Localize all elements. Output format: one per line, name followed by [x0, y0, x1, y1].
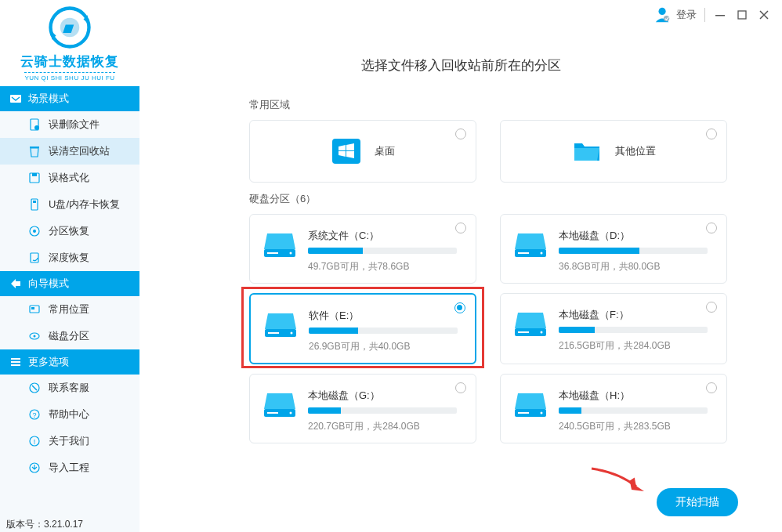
drive-card-c[interactable]: 系统文件（C:） 49.7GB可用，共78.6GB: [249, 214, 476, 284]
app-subtitle: YUN QI SHI SHU JU HUI FU: [24, 72, 114, 81]
drive-card-f[interactable]: 本地磁盘（F:） 216.5GB可用，共284.0GB: [500, 293, 727, 364]
partition-icon: [28, 225, 41, 237]
section-more-options[interactable]: 更多选项: [0, 349, 139, 375]
windows-icon: [331, 136, 362, 167]
sidebar-item-common-location[interactable]: 常用位置: [0, 296, 139, 323]
radio-icon: [455, 128, 466, 139]
location-icon: [28, 303, 41, 316]
menu-label: U盘/内存卡恢复: [49, 197, 120, 212]
help-icon: ?: [28, 408, 41, 421]
drive-stat: 220.7GB可用，共284.0GB: [308, 420, 463, 433]
minimize-button[interactable]: [713, 8, 727, 22]
radio-icon: [455, 382, 466, 393]
drive-icon: [513, 309, 548, 338]
login-label: 登录: [676, 8, 697, 22]
svg-rect-18: [11, 361, 20, 363]
drive-card-g[interactable]: 本地磁盘（G:） 220.7GB可用，共284.0GB: [249, 374, 476, 443]
menu-label: 深度恢复: [49, 251, 89, 265]
divider: [704, 8, 705, 22]
sidebar-item-format[interactable]: 误格式化: [0, 165, 139, 191]
section-wizard-mode[interactable]: 向导模式: [0, 271, 139, 296]
drive-stat: 49.7GB可用，共78.6GB: [308, 260, 463, 273]
sidebar-item-disk-partition[interactable]: 磁盘分区: [0, 323, 139, 349]
section-scene-mode[interactable]: 场景模式: [0, 86, 139, 111]
menu-label: 帮助中心: [49, 407, 89, 422]
svg-point-41: [541, 331, 543, 334]
drive-card-h[interactable]: 本地磁盘（H:） 240.5GB可用，共283.5GB: [500, 374, 727, 443]
svg-rect-17: [11, 358, 20, 360]
drive-stat: 240.5GB可用，共283.5GB: [559, 420, 714, 433]
usage-bar: [559, 407, 708, 414]
drive-name: 本地磁盘（F:）: [559, 308, 714, 322]
trash-icon: [28, 145, 41, 157]
radio-icon: [706, 302, 717, 313]
svg-rect-19: [11, 364, 20, 366]
radio-icon: [706, 128, 717, 139]
section-label: 向导模式: [28, 277, 69, 291]
drive-icon: [263, 310, 298, 338]
card-label: 桌面: [375, 144, 395, 158]
sidebar-item-deleted-files[interactable]: 误删除文件: [0, 111, 139, 138]
close-button[interactable]: [757, 8, 771, 22]
drive-card-d[interactable]: 本地磁盘（D:） 36.8GB可用，共80.0GB: [500, 214, 727, 284]
svg-rect-5: [30, 147, 39, 148]
svg-rect-48: [518, 412, 529, 414]
svg-rect-36: [518, 252, 529, 254]
svg-point-32: [290, 252, 292, 255]
svg-point-26: [659, 8, 666, 15]
usage-bar: [559, 248, 708, 254]
card-desktop[interactable]: 桌面: [249, 120, 476, 183]
svg-rect-39: [268, 332, 279, 334]
svg-rect-2: [10, 95, 21, 103]
main-panel: 登录 选择文件移入回收站前所在的分区 常用区域 桌面 其他位置 硬盘分区（6）: [139, 0, 782, 532]
svg-point-35: [541, 252, 543, 255]
sidebar-item-import[interactable]: 导入工程: [0, 454, 139, 481]
sidebar-item-deep[interactable]: 深度恢复: [0, 244, 139, 271]
sidebar-item-contact[interactable]: 联系客服: [0, 375, 139, 401]
wizard-icon: [9, 277, 22, 290]
svg-point-11: [33, 230, 36, 233]
deep-icon: [28, 252, 41, 264]
logo: 云骑士数据恢复 YUN QI SHI SHU JU HUI FU: [0, 0, 139, 86]
svg-rect-29: [738, 11, 746, 19]
drive-name: 软件（E:）: [309, 309, 462, 323]
sidebar-item-partition[interactable]: 分区恢复: [0, 218, 139, 244]
drive-name: 本地磁盘（H:）: [559, 389, 714, 403]
menu-label: 误删除文件: [49, 118, 100, 132]
drive-stat: 26.9GB可用，共40.0GB: [309, 340, 462, 353]
drive-name: 本地磁盘（D:）: [559, 229, 714, 243]
titlebar: 登录: [654, 6, 771, 24]
menu-label: 常用位置: [49, 302, 89, 317]
section-label: 场景模式: [28, 92, 69, 106]
svg-marker-49: [630, 482, 644, 491]
drive-icon: [513, 390, 548, 418]
disk-icon: [28, 330, 41, 342]
sidebar: 云骑士数据恢复 YUN QI SHI SHU JU HUI FU 场景模式 误删…: [0, 0, 139, 532]
svg-rect-42: [518, 331, 529, 333]
drive-icon: [262, 230, 297, 259]
file-icon: [28, 118, 41, 131]
maximize-button[interactable]: [735, 8, 749, 22]
svg-text:?: ?: [32, 411, 36, 419]
card-other-location[interactable]: 其他位置: [500, 120, 727, 183]
sidebar-item-about[interactable]: ! 关于我们: [0, 428, 139, 454]
radio-icon: [706, 382, 717, 393]
menu-label: 误格式化: [49, 171, 89, 185]
drive-card-e[interactable]: 软件（E:） 26.9GB可用，共40.0GB: [249, 293, 476, 364]
usage-bar: [309, 328, 458, 334]
login-button[interactable]: 登录: [654, 6, 697, 24]
sidebar-item-recycle-bin[interactable]: 误清空回收站: [0, 138, 139, 165]
arrow-annotation: [588, 465, 650, 496]
menu-label: 误清空回收站: [49, 144, 110, 158]
import-icon: [28, 461, 41, 474]
menu-label: 关于我们: [49, 434, 89, 448]
more-icon: [9, 356, 22, 368]
drive-icon: [262, 390, 297, 418]
phone-icon: [28, 382, 41, 394]
sidebar-item-help[interactable]: ? 帮助中心: [0, 401, 139, 428]
sidebar-item-usb[interactable]: U盘/内存卡恢复: [0, 191, 139, 218]
drive-icon: [513, 230, 548, 259]
svg-rect-14: [31, 307, 34, 309]
menu-label: 联系客服: [49, 381, 89, 395]
start-scan-button[interactable]: 开始扫描: [657, 488, 738, 516]
